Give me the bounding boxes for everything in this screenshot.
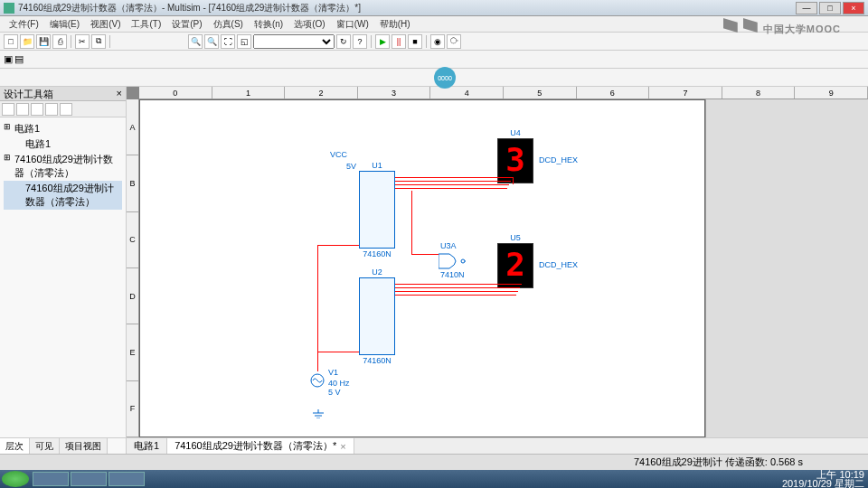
taskbar-item[interactable] [71, 472, 107, 486]
schematic-canvas[interactable]: VCC 5V U1 74160N U2 74160N U3A 7410N [139, 99, 705, 437]
u3-part: 7410N [440, 270, 465, 279]
watermark: 中国大学MOOC [723, 18, 841, 37]
tray-date: 2019/10/29 星期二 [782, 479, 864, 488]
tab-project[interactable]: 项目视图 [60, 438, 108, 454]
window-title: 74160组成29进制计数器（清零法）- Multisim - [74160组成… [18, 2, 796, 14]
copy-icon[interactable]: ⧉ [91, 34, 106, 49]
sidebar-close-icon[interactable]: × [117, 88, 122, 99]
menu-options[interactable]: 选项(O) [288, 18, 330, 31]
wire [395, 177, 513, 178]
u5-ref: U5 [498, 233, 533, 242]
u4-ref: U4 [498, 128, 533, 137]
toolbar-secondary: ▣ ▤ [0, 51, 868, 69]
tab-visible[interactable]: 可见 [30, 438, 60, 454]
run-button[interactable]: ▶ [375, 34, 390, 49]
sidebar-tool-3[interactable] [31, 103, 43, 116]
u4-label: DCD_HEX [539, 155, 578, 164]
ruler-vertical: A B C D E F [127, 99, 139, 437]
sidebar-header: 设计工具箱 × [0, 87, 126, 101]
statusbar: 74160组成29进制计 传递函数: 0.568 s [0, 454, 868, 470]
wire [513, 177, 514, 184]
source-v1[interactable] [310, 373, 325, 388]
wire [395, 284, 522, 285]
svg-point-0 [461, 259, 465, 263]
ic-u1[interactable]: U1 74160N [359, 171, 395, 249]
tree-root[interactable]: 电路1 [4, 121, 122, 136]
wire [395, 295, 516, 296]
save-icon[interactable]: 💾 [36, 34, 51, 49]
start-button[interactable] [2, 471, 29, 487]
doc-tab-1[interactable]: 电路1 [127, 438, 167, 454]
wire [395, 188, 507, 189]
u2-part: 74160N [360, 356, 394, 365]
sidebar-tools [0, 101, 126, 117]
zoom-in-icon[interactable]: 🔍 [188, 34, 203, 49]
sidebar-tool-2[interactable] [16, 103, 29, 116]
menu-view[interactable]: 视图(V) [85, 18, 126, 31]
tree-node-2[interactable]: 74160组成29进制计数器（清零法） [4, 152, 122, 181]
new-icon[interactable]: □ [4, 34, 18, 49]
doc-tab-2[interactable]: 74160组成29进制计数器（清零法）*× [167, 438, 354, 454]
display-u5[interactable]: U5 2 DCD_HEX [497, 243, 533, 288]
taskbar[interactable]: 上午 10:19 2019/10/29 星期二 [0, 470, 868, 488]
wire [317, 352, 359, 352]
sidebar: 设计工具箱 × 电路1 电路1 74160组成29进制计数器（清零法） 7416… [0, 87, 127, 454]
canvas-area: 0 1 2 3 4 5 6 7 8 9 A B C D E F [127, 87, 868, 454]
u3-ref: U3A [440, 241, 457, 250]
menu-window[interactable]: 窗口(W) [331, 18, 374, 31]
sidebar-tool-4[interactable] [45, 103, 58, 116]
u4-value: 3 [498, 139, 533, 181]
wire [395, 291, 518, 292]
zoom-fit-icon[interactable]: ⛶ [221, 34, 235, 49]
stop-button[interactable]: ■ [408, 34, 422, 49]
refresh-icon[interactable]: ↻ [336, 34, 351, 49]
menu-help[interactable]: 帮助(H) [374, 18, 416, 31]
scope-icon[interactable]: ⧂ [447, 34, 461, 49]
ruler-horizontal: 0 1 2 3 4 5 6 7 8 9 [139, 87, 868, 99]
menu-simulate[interactable]: 仿真(S) [208, 18, 249, 31]
vcc-value: 5V [346, 162, 356, 171]
help-icon[interactable]: ? [353, 34, 367, 49]
status-file: 74160组成29进制计 传递函数: 0.568 s [634, 455, 803, 469]
menu-edit[interactable]: 编辑(E) [44, 18, 85, 31]
close-icon[interactable]: × [340, 441, 345, 452]
wire [395, 287, 520, 288]
pause-button[interactable]: || [392, 34, 406, 49]
component-combo[interactable]: ---使用的元件--- [253, 34, 335, 49]
gate-u3a[interactable]: U3A 7410N [439, 252, 466, 272]
sidebar-tool-1[interactable] [2, 103, 14, 116]
minimize-button[interactable]: — [796, 2, 817, 14]
sidebar-tabs: 层次 可见 项目视图 [0, 437, 126, 454]
ic-u2[interactable]: U2 74160N [359, 277, 395, 355]
close-button[interactable]: × [843, 2, 864, 14]
taskbar-item[interactable] [33, 472, 69, 486]
menu-transfer[interactable]: 转换(n) [249, 18, 288, 31]
menu-settings[interactable]: 设置(P) [166, 18, 207, 31]
open-icon[interactable]: 📁 [20, 34, 34, 49]
design-tree[interactable]: 电路1 电路1 74160组成29进制计数器（清零法） 74160组成29进制计… [0, 117, 126, 437]
cut-icon[interactable]: ✂ [75, 34, 90, 49]
vcc-label: VCC [330, 150, 347, 159]
tree-leaf-1[interactable]: 电路1 [4, 136, 122, 152]
taskbar-item[interactable] [108, 472, 145, 486]
u1-part: 74160N [360, 249, 394, 258]
tab-hierarchy[interactable]: 层次 [0, 438, 30, 454]
sidebar-tool-5[interactable] [60, 103, 72, 116]
system-tray[interactable]: 上午 10:19 2019/10/29 星期二 [782, 470, 866, 488]
v1-amp: 5 V [328, 388, 341, 397]
tool-a[interactable]: ▣ [4, 53, 13, 65]
v1-ref: V1 [328, 368, 338, 377]
maximize-button[interactable]: □ [819, 2, 841, 14]
tree-leaf-2[interactable]: 74160组成29进制计数器（清零法） [4, 181, 122, 210]
menu-file[interactable]: 文件(F) [4, 18, 44, 31]
zoom-area-icon[interactable]: ◱ [237, 34, 251, 49]
tool-b[interactable]: ▤ [14, 53, 24, 65]
mooc-logo-icon [743, 18, 758, 33]
sim-badge: 0000 [434, 67, 456, 89]
zoom-out-icon[interactable]: 🔍 [204, 34, 219, 49]
right-panel [705, 99, 868, 437]
u5-label: DCD_HEX [539, 260, 578, 269]
probe-icon[interactable]: ◉ [430, 34, 445, 49]
menu-tools[interactable]: 工具(T) [126, 18, 166, 31]
print-icon[interactable]: ⎙ [52, 34, 67, 49]
